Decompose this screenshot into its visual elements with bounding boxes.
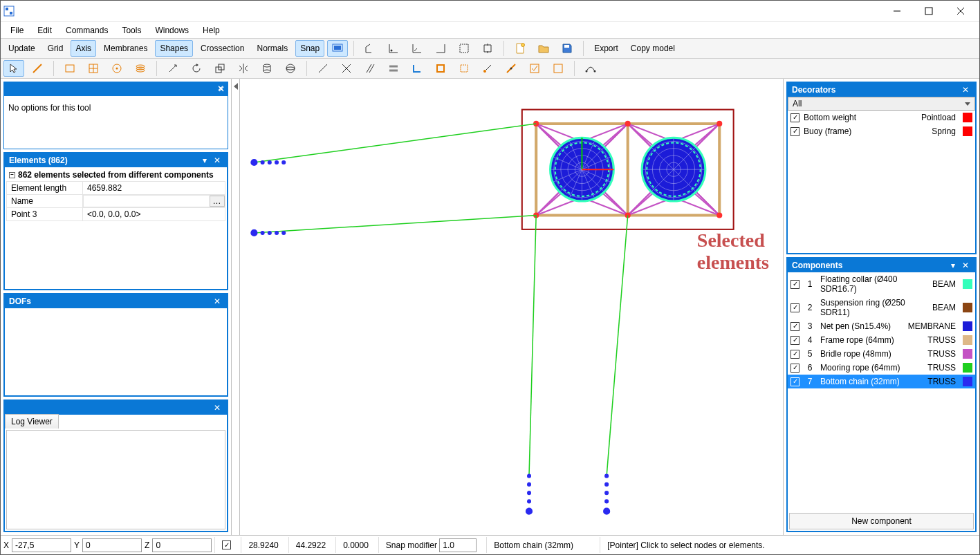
pointer-tool-icon[interactable] xyxy=(3,60,24,77)
y-input[interactable] xyxy=(82,538,142,552)
elements-selection-header[interactable]: − 862 elements selected from different c… xyxy=(6,169,225,181)
menu-tools[interactable]: Tools xyxy=(115,23,148,37)
menu-commands[interactable]: Commands xyxy=(59,23,115,37)
x-input[interactable] xyxy=(12,538,71,552)
svg-point-127 xyxy=(261,232,264,234)
status-checkbox[interactable] xyxy=(222,540,231,549)
component-row[interactable]: 7Bottom chain (32mm)TRUSS xyxy=(788,375,975,388)
prop-row[interactable]: Name … xyxy=(7,195,225,208)
close-panel-icon[interactable]: ✕ xyxy=(960,260,971,271)
check-box-icon[interactable] xyxy=(524,60,545,77)
ellipsis-button[interactable]: … xyxy=(210,196,225,207)
open-icon[interactable] xyxy=(533,40,554,57)
cylinder-icon[interactable] xyxy=(257,60,277,77)
checkbox-icon[interactable] xyxy=(791,113,799,122)
collapse-icon[interactable]: ▾ xyxy=(199,155,210,166)
rotate-icon[interactable] xyxy=(186,60,207,77)
menu-edit[interactable]: Edit xyxy=(30,23,59,37)
checkbox-icon[interactable] xyxy=(791,280,799,289)
component-row[interactable]: 3Net pen (Sn15.4%)MEMBRANE xyxy=(788,319,975,333)
menu-help[interactable]: Help xyxy=(196,23,227,37)
box-solid-icon[interactable] xyxy=(430,60,451,77)
prop-value[interactable]: <0.0, 0.0, 0.0> xyxy=(83,208,225,221)
edge-icon[interactable] xyxy=(313,60,333,77)
save-icon[interactable] xyxy=(557,40,577,57)
rect-icon[interactable] xyxy=(59,60,80,77)
checkbox-icon[interactable] xyxy=(791,303,799,312)
tb-update[interactable]: Update xyxy=(3,40,40,57)
prop-row[interactable]: Element length 4659.882 xyxy=(7,182,225,195)
menu-file[interactable]: File xyxy=(3,23,30,37)
view-iso-icon[interactable] xyxy=(360,40,380,57)
tb-crossection[interactable]: Crossection xyxy=(196,40,249,57)
empty-box-icon[interactable] xyxy=(548,60,568,77)
close-panel-icon[interactable]: ✕ xyxy=(212,402,223,413)
component-row[interactable]: 6Mooring rope (64mm)TRUSS xyxy=(788,361,975,375)
checkbox-icon[interactable] xyxy=(791,127,799,136)
checkbox-icon[interactable] xyxy=(791,377,799,386)
curve-icon[interactable] xyxy=(580,60,601,77)
menu-windows[interactable]: Windows xyxy=(148,23,196,37)
cross-icon[interactable] xyxy=(336,60,357,77)
component-row[interactable]: 2Suspension ring (Ø250 SDR11)BEAM xyxy=(788,296,975,319)
tb-snap[interactable]: Snap xyxy=(295,40,324,57)
svg-rect-12 xyxy=(564,45,569,48)
component-row[interactable]: 4Frame rope (64mm)TRUSS xyxy=(788,333,975,347)
mirror-icon[interactable] xyxy=(233,60,254,77)
parallel-icon[interactable] xyxy=(360,60,380,77)
box-dash-icon[interactable] xyxy=(454,60,474,77)
tb-grid[interactable]: Grid xyxy=(43,40,68,57)
layers-icon[interactable] xyxy=(130,60,151,77)
select-rect-icon[interactable] xyxy=(454,40,474,57)
checkbox-icon[interactable] xyxy=(791,336,799,345)
component-row[interactable]: 1Floating collar (Ø400 SDR16.7)BEAM xyxy=(788,272,975,296)
decorator-scope-dropdown[interactable]: All xyxy=(788,97,975,111)
collapse-left-icon[interactable] xyxy=(234,83,238,90)
close-panel-icon[interactable]: ✕ xyxy=(212,296,223,307)
decorator-row[interactable]: Bottom weightPointload xyxy=(788,111,975,124)
svg-line-67 xyxy=(536,124,564,149)
close-button[interactable] xyxy=(945,1,977,21)
move-icon[interactable] xyxy=(163,60,183,77)
scale-icon[interactable] xyxy=(210,60,230,77)
line-tool-icon[interactable] xyxy=(27,60,48,77)
line-seg-icon[interactable] xyxy=(501,60,521,77)
close-panel-icon[interactable]: ✕ xyxy=(212,155,223,166)
checkbox-icon[interactable] xyxy=(791,364,799,373)
align-icon[interactable] xyxy=(383,60,404,77)
sphere-icon[interactable] xyxy=(280,60,301,77)
tb-copy-model[interactable]: Copy model xyxy=(626,40,680,57)
view-front-icon[interactable] xyxy=(407,40,427,57)
prop-value[interactable]: 4659.882 xyxy=(83,182,225,195)
maximize-button[interactable] xyxy=(913,1,945,21)
point-icon[interactable] xyxy=(477,60,498,77)
tb-export[interactable]: Export xyxy=(589,40,623,57)
prop-value[interactable] xyxy=(84,196,210,207)
new-file-icon[interactable] xyxy=(510,40,530,57)
circle-icon[interactable] xyxy=(107,60,127,77)
new-component-button[interactable]: New component xyxy=(789,513,974,529)
checkbox-icon[interactable] xyxy=(791,350,799,359)
tb-axis[interactable]: Axis xyxy=(71,40,96,57)
prop-row[interactable]: Point 3 <0.0, 0.0, 0.0> xyxy=(7,208,225,221)
collapse-icon[interactable]: ▾ xyxy=(947,260,959,271)
minimize-button[interactable] xyxy=(881,1,913,21)
checkbox-icon[interactable] xyxy=(791,322,799,331)
decorator-row[interactable]: Buoy (frame)Spring xyxy=(788,124,975,138)
tb-shapes[interactable]: Shapes xyxy=(155,40,193,57)
close-panel-icon[interactable]: ✕ xyxy=(960,84,971,95)
tb-screen-icon[interactable] xyxy=(327,40,348,57)
tb-normals[interactable]: Normals xyxy=(252,40,293,57)
viewport-canvas[interactable]: Selected elements xyxy=(240,79,783,535)
left-gutter[interactable] xyxy=(232,79,240,535)
component-row[interactable]: 5Bridle rope (48mm)TRUSS xyxy=(788,347,975,361)
close-panel-icon[interactable]: ✕ xyxy=(215,83,226,94)
z-input[interactable] xyxy=(152,538,212,552)
corner-icon[interactable] xyxy=(407,60,427,77)
view-top-icon[interactable] xyxy=(383,40,404,57)
grid-icon[interactable] xyxy=(83,60,104,77)
tb-membranes[interactable]: Membranes xyxy=(99,40,152,57)
view-side-icon[interactable] xyxy=(430,40,451,57)
fit-icon[interactable] xyxy=(477,40,498,57)
snap-modifier-input[interactable] xyxy=(439,538,477,552)
